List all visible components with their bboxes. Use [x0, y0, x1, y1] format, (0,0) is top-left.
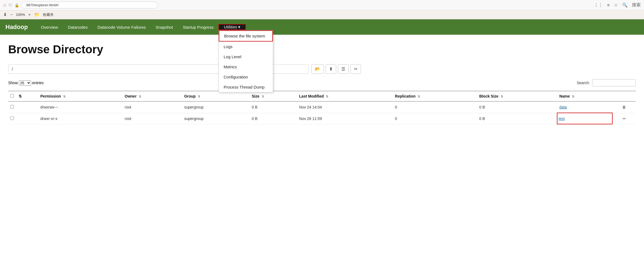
browser-toolbar-icons: ⋮⋮ ≡ ☆ 🔍 搜索 — [594, 2, 641, 8]
row2-last-modified: Nov 26 11:59 — [297, 113, 393, 124]
sort-permission-icon: ⇅ — [63, 95, 66, 98]
dropdown-item-metrics[interactable]: Metrics — [219, 62, 273, 72]
star-icon[interactable]: ☆ — [614, 2, 618, 8]
row1-sort-cell — [16, 101, 38, 113]
nav-item-snapshot[interactable]: Snapshot — [151, 19, 178, 35]
list-button[interactable]: ☰ — [338, 64, 349, 74]
show-entries-row: Show 25 10 50 100 entries Search: — [8, 79, 636, 86]
row2-name[interactable]: test — [557, 113, 612, 124]
search-input[interactable] — [592, 79, 636, 86]
zoom-level: 100% — [16, 13, 25, 17]
nav-items: Overview Datanodes Datanode Volume Failu… — [36, 19, 246, 35]
search-text: 搜索 — [632, 2, 641, 8]
col-permission[interactable]: Permission ⇅ — [38, 91, 123, 101]
col-sort[interactable]: ⇅ — [16, 91, 38, 101]
apps-icon[interactable]: ⋮⋮ — [594, 2, 603, 8]
row2-checkbox[interactable] — [10, 116, 14, 120]
row1-checkbox-cell — [8, 101, 16, 113]
home-icon[interactable]: ⌂ — [3, 2, 6, 8]
address-bar: ⌂ 🛡 🔒 :9870/explorer.html#/ ⋮⋮ ≡ ☆ 🔍 搜索 — [0, 0, 644, 10]
dropdown-item-browse-fs[interactable]: Browse the file system — [219, 30, 273, 42]
path-actions: 📂 ⬆ ☰ ✂ — [311, 64, 361, 74]
search-label: Search: — [577, 81, 590, 85]
row2-owner: root — [123, 113, 182, 124]
main-content: Browse Directory 📂 ⬆ ☰ ✂ Show 25 10 50 1… — [0, 35, 644, 130]
row1-owner: root — [123, 101, 182, 113]
sort-size-icon: ⇅ — [262, 95, 264, 98]
dropdown-item-log-level[interactable]: Log Level — [219, 52, 273, 62]
col-block-size[interactable]: Block Size ⇅ — [477, 91, 557, 101]
dropdown-item-configuration[interactable]: Configuration — [219, 72, 273, 82]
download-icon[interactable]: ⬇ — [3, 12, 7, 17]
col-name[interactable]: Name ⇅ — [557, 91, 612, 101]
nav-item-startup-progress[interactable]: Startup Progress — [178, 19, 218, 35]
tab-icon[interactable]: ≡ — [607, 3, 610, 8]
dropdown-item-process-thread-dump[interactable]: Process Thread Dump — [219, 82, 273, 92]
row1-checkbox[interactable] — [10, 105, 14, 109]
page-title: Browse Directory — [8, 43, 636, 56]
table-header-row: ⇅ Permission ⇅ Owner ⇅ Group ⇅ Size ⇅ — [8, 91, 636, 101]
col-action — [612, 91, 636, 101]
col-checkbox — [8, 91, 16, 101]
url-input[interactable]: :9870/explorer.html#/ — [21, 2, 158, 8]
row2-size: 0 B — [250, 113, 297, 124]
lock-icon: 🔒 — [14, 3, 19, 7]
dropdown-item-logs[interactable]: Logs — [219, 42, 273, 52]
nav-item-utilities[interactable]: Utilities ▾ — [218, 24, 246, 30]
nav-item-datanodes[interactable]: Datanodes — [63, 19, 93, 35]
zoom-minus-button[interactable]: − — [10, 12, 13, 17]
row2-replication: 0 — [393, 113, 477, 124]
navbar: Hadoop Overview Datanodes Datanode Volum… — [0, 19, 644, 35]
open-folder-button[interactable]: 📂 — [311, 64, 324, 74]
search-row: Search: — [577, 79, 636, 86]
upload-button[interactable]: ⬆ — [326, 64, 336, 74]
sort-group-icon: ⇅ — [198, 95, 200, 98]
show-label: Show — [8, 81, 18, 85]
table-row: drwxr-xr-x root supergroup 0 B Nov 26 11… — [8, 113, 636, 124]
entries-label: entries — [32, 81, 44, 85]
col-replication[interactable]: Replication ⇅ — [393, 91, 477, 101]
sort-name-icon: ⇅ — [572, 95, 574, 98]
copy-button[interactable]: ✂ — [350, 64, 361, 74]
row2-checkbox-cell — [8, 113, 16, 124]
col-size[interactable]: Size ⇅ — [250, 91, 297, 101]
utilities-dropdown-menu: Browse the file system Logs Log Level Me… — [218, 30, 273, 92]
sort-last-modified-icon: ⇅ — [326, 95, 328, 98]
row1-group: supergroup — [182, 101, 249, 113]
bookmark-label: 收藏夾 — [43, 12, 54, 17]
row1-replication: 0 — [393, 101, 477, 113]
row2-permission: drwxr-xr-x — [38, 113, 123, 124]
row2-block-size: 0 B — [477, 113, 557, 124]
shield-icon: 🛡 — [8, 3, 12, 7]
row1-name[interactable]: data — [557, 101, 612, 113]
row1-size: 0 B — [250, 101, 297, 113]
col-last-modified[interactable]: Last Modified ⇅ — [297, 91, 393, 101]
zoom-plus-button[interactable]: + — [28, 12, 31, 17]
sort-replication-icon: ⇅ — [418, 95, 420, 98]
nav-item-overview[interactable]: Overview — [36, 19, 63, 35]
nav-item-datanode-volume-failures[interactable]: Datanode Volume Failures — [93, 19, 151, 35]
row2-sort-cell — [16, 113, 38, 124]
file-table: ⇅ Permission ⇅ Owner ⇅ Group ⇅ Size ⇅ — [8, 91, 636, 124]
folder-icon: 📁 — [34, 12, 40, 17]
row1-last-modified: Nov 24 14:04 — [297, 101, 393, 113]
sort-block-size-icon: ⇅ — [501, 95, 503, 98]
row2-edit-action[interactable]: ✏ — [612, 113, 636, 124]
select-all-checkbox[interactable] — [10, 94, 14, 98]
row1-block-size: 0 B — [477, 101, 557, 113]
table-row: drwxrwx--- root supergroup 0 B Nov 24 14… — [8, 101, 636, 113]
row2-group: supergroup — [182, 113, 249, 124]
browser-chrome: ⌂ 🛡 🔒 :9870/explorer.html#/ ⋮⋮ ≡ ☆ 🔍 搜索 … — [0, 0, 644, 19]
browser-toolbar: ⬇ − 100% + 📁 收藏夾 — [0, 10, 644, 19]
col-owner[interactable]: Owner ⇅ — [123, 91, 182, 101]
row1-delete-action[interactable]: 🗑 — [612, 101, 636, 113]
sort-all-icon: ⇅ — [19, 94, 22, 98]
search-icon[interactable]: 🔍 — [622, 2, 628, 8]
path-bar-row: 📂 ⬆ ☰ ✂ — [8, 64, 636, 74]
utilities-dropdown: Utilities ▾ Browse the file system Logs … — [218, 24, 246, 30]
sort-owner-icon: ⇅ — [139, 95, 141, 98]
brand-label[interactable]: Hadoop — [5, 24, 28, 31]
show-entries-select[interactable]: 25 10 50 100 — [19, 80, 31, 86]
row1-permission: drwxrwx--- — [38, 101, 123, 113]
col-group[interactable]: Group ⇅ — [182, 91, 249, 101]
